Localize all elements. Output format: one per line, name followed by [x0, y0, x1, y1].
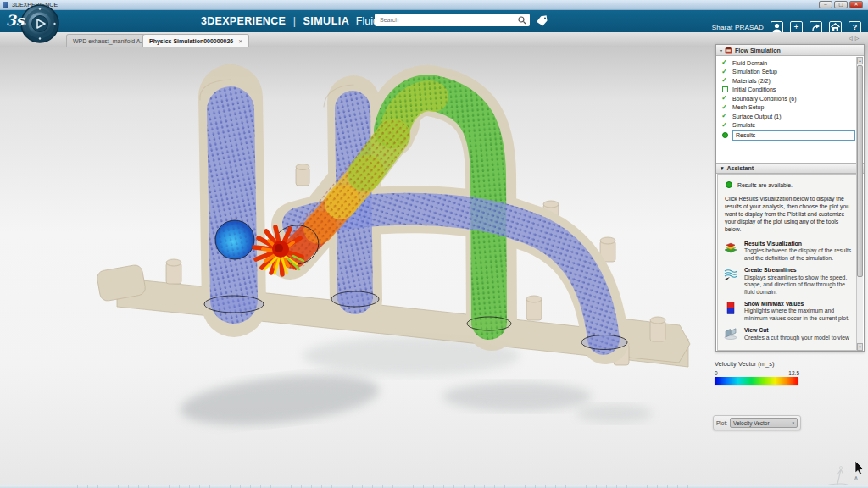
window-titlebar: 3DEXPERIENCE – ▢ ✕: [0, 0, 868, 10]
expand-toolbar-chevron[interactable]: ∧: [854, 474, 859, 482]
close-button[interactable]: ✕: [849, 1, 863, 8]
step-label: Fluid Domain: [732, 60, 767, 66]
step-label: Simulate: [732, 122, 755, 128]
check-icon: ✓: [721, 122, 728, 129]
tool-title: Show Min/Max Values: [744, 301, 853, 307]
tab-physics-simulation[interactable]: Physics Simulation000000026 ✕: [142, 34, 249, 47]
legend-min: 0: [715, 370, 718, 376]
scrollbar-thumb[interactable]: [857, 65, 863, 277]
action-bar-collapsed[interactable]: [0, 485, 868, 488]
application-window: 3DEXPERIENCE – ▢ ✕ 3DEXPERIENCE | SIMULI…: [0, 0, 868, 488]
svg-text:3s: 3s: [6, 12, 25, 29]
tab-close-icon[interactable]: ✕: [238, 38, 242, 44]
results-visualization-icon[interactable]: [724, 241, 738, 263]
tool-desc: Creates a cut through your model to view: [744, 335, 853, 342]
tool-desc: Displays streamlines to show the speed, …: [744, 274, 853, 297]
legend-max: 12.5: [788, 370, 799, 376]
step-label: Surface Output (1): [732, 114, 782, 119]
tag-icon[interactable]: [536, 15, 548, 26]
simulation-step-list: ✓ Fluid Domain ✓ Simulation Setup ✓ Mate…: [716, 56, 864, 163]
app-header-bar: 3DEXPERIENCE | SIMULIA Fluid Mechanics V…: [0, 10, 868, 32]
tool-show-minmax[interactable]: Show Min/Max Values Highlights where the…: [724, 301, 854, 323]
step-fluid-domain[interactable]: ✓ Fluid Domain: [716, 58, 864, 68]
results-available-dot-icon: [726, 181, 732, 188]
step-simulation-setup[interactable]: ✓ Simulation Setup: [716, 68, 864, 77]
streamlines-icon[interactable]: [724, 267, 738, 297]
tool-title: Results Visualization: [744, 241, 853, 247]
check-icon: ✓: [721, 77, 728, 84]
brand-3dexperience: 3DEXPERIENCE: [201, 15, 286, 27]
step-surface-output[interactable]: ✓ Surface Output (1): [716, 112, 864, 121]
minimize-button[interactable]: –: [819, 1, 832, 8]
legend-colorbar: [715, 377, 798, 385]
check-icon: ✓: [721, 59, 728, 66]
assistant-intro: Click Results Visualization below to dis…: [725, 196, 854, 234]
step-results[interactable]: Results: [716, 130, 864, 141]
check-icon: ✓: [721, 69, 728, 75]
search-input[interactable]: [375, 17, 518, 23]
flow-simulation-header[interactable]: ▾ Flow Simulation: [716, 45, 864, 56]
assistant-status: Results are available.: [737, 182, 793, 188]
scroll-up-icon[interactable]: ▲: [857, 57, 863, 64]
assistant-header[interactable]: ▾ Assistant: [716, 163, 864, 174]
check-icon: ✓: [721, 113, 728, 119]
tab-label: WPD exhaust_manifold A.1: [73, 38, 145, 44]
chevron-left-icon[interactable]: ◁: [849, 36, 855, 41]
tool-view-cut[interactable]: View Cut Creates a cut through your mode…: [724, 327, 854, 343]
share-arrow-icon: [812, 24, 821, 31]
search-box[interactable]: [375, 14, 530, 26]
plot-dropdown-value: Velocity Vector: [733, 420, 792, 426]
step-label: Boundary Conditions (6): [732, 96, 797, 102]
step-mesh-setup[interactable]: ✓ Mesh Setup: [716, 103, 864, 113]
panel-nav-chevrons[interactable]: ◁▷: [849, 35, 861, 41]
plot-dropdown[interactable]: Velocity Vector ▾: [730, 418, 798, 428]
home-icon: [831, 23, 840, 31]
assistant-body: Results are available. Click Results Vis…: [717, 174, 863, 351]
collapse-caret-icon[interactable]: ▾: [720, 47, 722, 53]
brand-simulia: SIMULIA: [303, 15, 349, 27]
step-initial-conditions[interactable]: Initial Conditions: [716, 86, 864, 95]
plot-label: Plot:: [716, 420, 727, 426]
step-label: Simulation Setup: [732, 69, 777, 75]
step-label: Materials (2/2): [732, 78, 771, 84]
dropdown-arrow-icon: ▾: [792, 420, 794, 425]
panel-scrollbar[interactable]: ▲ ▼: [856, 57, 863, 351]
collapse-caret-icon[interactable]: ▾: [721, 165, 724, 172]
tool-desc: Toggles between the display of the resul…: [744, 247, 853, 263]
check-icon: ✓: [721, 104, 728, 111]
tool-title: View Cut: [744, 327, 853, 333]
chevron-right-icon[interactable]: ▷: [855, 36, 862, 41]
check-icon: ✓: [721, 95, 728, 102]
tool-title: Create Streamlines: [744, 267, 853, 273]
tool-desc: Highlights where the maximum and minimum…: [744, 308, 853, 323]
user-name[interactable]: Sharat PRASAD: [712, 24, 764, 31]
brand-divider: |: [293, 15, 296, 27]
window-app-icon: [3, 2, 8, 8]
step-boundary-conditions[interactable]: ✓ Boundary Conditions (6): [716, 94, 864, 103]
minmax-icon[interactable]: [724, 301, 738, 323]
3ds-logo-icon: 3s: [5, 11, 27, 31]
active-dot-icon: [721, 132, 728, 139]
results-selected-box[interactable]: Results: [732, 130, 855, 141]
legend-title: Velocity Vector (m_s): [715, 360, 799, 368]
step-materials[interactable]: ✓ Materials (2/2): [716, 76, 864, 86]
flow-simulation-panel: ▾ Flow Simulation ✓ Fluid Domain ✓ Simul…: [715, 44, 865, 352]
scroll-down-icon[interactable]: ▼: [857, 343, 863, 351]
tab-exhaust-manifold[interactable]: WPD exhaust_manifold A.1: [66, 34, 152, 47]
step-simulate[interactable]: ✓ Simulate: [716, 121, 864, 130]
color-legend: Velocity Vector (m_s) 0 12.5: [715, 360, 799, 385]
maximize-button[interactable]: ▢: [834, 1, 848, 8]
mouse-cursor: [854, 461, 865, 475]
tool-create-streamlines[interactable]: Create Streamlines Displays streamlines …: [724, 267, 854, 297]
step-label: Initial Conditions: [732, 86, 776, 92]
panel-title: Flow Simulation: [735, 47, 781, 53]
view-cut-icon[interactable]: [724, 327, 738, 343]
plot-control: Plot: Velocity Vector ▾: [713, 415, 801, 430]
tool-results-visualization[interactable]: Results Visualization Toggles between th…: [724, 241, 854, 263]
search-icon[interactable]: [518, 16, 526, 25]
tab-label: Physics Simulation000000026: [149, 38, 233, 44]
assistant-title: Assistant: [727, 165, 754, 171]
step-label: Mesh Setup: [732, 104, 764, 110]
flow-simulation-app-icon: [725, 47, 732, 54]
pending-square-icon: [721, 86, 728, 93]
